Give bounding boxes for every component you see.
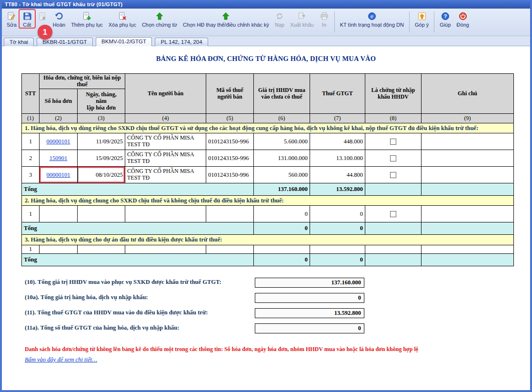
window-title: TT80 - Tờ khai thuế GTGT khấu trừ (01/GT… <box>5 1 122 7</box>
note-cell[interactable] <box>422 150 514 167</box>
stt-cell[interactable]: 1 <box>22 133 40 150</box>
toolbar-separator <box>334 11 335 32</box>
stt-header: STT <box>22 74 40 114</box>
total-vat: 0 <box>310 222 365 235</box>
invoice-date-cell[interactable]: 08/10/2025 <box>78 167 125 183</box>
note-cell[interactable] <box>422 206 514 222</box>
invoice-date-cell[interactable]: 15/09/2025 <box>78 150 125 167</box>
toolbar-undo-button[interactable]: Hoàn <box>51 10 67 29</box>
vat-cell[interactable]: 13.100.000 <box>310 150 365 167</box>
seller-tax-code-cell[interactable]: 0101243150-996 <box>206 150 254 167</box>
seller-name-cell[interactable]: CÔNG TY CỔ PHẦN MISA TEST TĐ <box>125 167 206 183</box>
section-title: 1. Hàng hóa, dịch vụ dùng riêng cho SXKD… <box>22 123 514 133</box>
invoice-number-link[interactable]: 150901 <box>50 155 68 161</box>
stt-cell[interactable]: 2 <box>22 150 40 167</box>
toolbar-button-label: Góp ý <box>415 22 429 28</box>
seller-tax-code-cell[interactable]: 0101243150-996 <box>206 167 254 183</box>
section-2-total-row: Tổng 0 0 <box>22 222 514 235</box>
toolbar-button-label: Chọn chứng từ <box>142 22 177 28</box>
value-cell[interactable]: 131.000.000 <box>254 150 310 167</box>
column-number: (8) <box>365 113 422 123</box>
invoice-number-cell[interactable]: 00000101 <box>40 167 78 183</box>
summary-label: (11). Tổng thuế GTGT của HHDV mua vào đủ… <box>25 309 208 316</box>
toolbar-feedback-button[interactable]: Góp ý <box>413 10 431 29</box>
stt-cell[interactable]: 1 <box>22 206 40 222</box>
invoice-date-cell[interactable] <box>78 206 125 222</box>
vat-cell[interactable] <box>310 245 365 253</box>
value-cell[interactable] <box>254 245 310 253</box>
toolbar-close-button[interactable]: Đóng <box>455 10 471 29</box>
stt-cell[interactable]: 1 <box>22 245 40 253</box>
toolbar-select-replacement-invoices-button[interactable]: Chọn HĐ thay thế/điều chỉnh khác kỳ <box>181 10 271 29</box>
note-cell[interactable] <box>422 245 514 253</box>
import-doc-checkbox[interactable] <box>390 211 396 217</box>
missing-invoice-warning: Danh sách hóa đơn/chứng từ không lên bản… <box>25 345 530 353</box>
svg-text:?: ? <box>444 13 447 19</box>
summary-label: (10a). Tổng giá trị hàng hóa, dịch vụ nh… <box>25 294 148 301</box>
view-details-link[interactable]: Bấm vào đây để xem chi tiết… <box>25 356 97 363</box>
tab-to-khai[interactable]: Tờ khai <box>4 38 34 46</box>
tab-bkmv-01-2-gtgt[interactable]: BKMV-01-2/GTGT <box>96 37 152 46</box>
total-empty-cell <box>422 253 514 266</box>
invoice-number-cell[interactable]: 150901 <box>40 150 78 167</box>
vat-cell[interactable]: 0 <box>310 206 365 222</box>
tab-pl-142-174-204[interactable]: PL 142, 174, 204 <box>155 38 208 46</box>
toolbar-button-label: In <box>322 22 326 28</box>
total-label: Tổng <box>22 253 254 266</box>
seller-name-cell[interactable] <box>125 206 206 222</box>
toolbar-add-appendix-button[interactable]: Thêm phụ lục <box>69 10 105 29</box>
column-number: (6) <box>254 113 310 123</box>
toolbar-help-button[interactable]: ? Giúp <box>438 10 452 29</box>
tab-strip: Tờ khai BKBR-01-1/GTGT BKMV-01-2/GTGT PL… <box>2 36 530 46</box>
import-doc-checkbox[interactable] <box>390 139 396 145</box>
vat-cell[interactable]: 448.000 <box>310 133 365 150</box>
stt-cell[interactable]: 3 <box>22 167 40 183</box>
toolbar-button-label: Giúp <box>440 22 451 28</box>
value-cell[interactable]: 560.000 <box>254 167 310 183</box>
invoice-number-link[interactable]: 00000101 <box>47 138 70 145</box>
note-cell[interactable] <box>422 167 514 183</box>
toolbar: Sửa Cất Hoàn Thêm phụ lục Xóa phụ lục Ch… <box>2 9 530 36</box>
green-up-arrow-icon <box>155 11 164 21</box>
import-doc-cell <box>365 245 422 253</box>
invoice-number-cell[interactable]: 00000101 <box>40 133 78 150</box>
toolbar-button-label: Đóng <box>457 22 469 28</box>
import-doc-checkbox[interactable] <box>390 172 396 178</box>
invoice-row-highlighted: 3 00000101 08/10/2025 CÔNG TY CỔ PHẦN MI… <box>22 167 514 183</box>
invoice-number-link[interactable]: 00000101 <box>47 171 70 178</box>
invoice-number-cell[interactable] <box>40 245 78 253</box>
toolbar-save-button[interactable]: Cất <box>20 10 34 29</box>
seller-name-header: Tên người bán <box>125 74 206 114</box>
section-3-header-row: 3. Hàng hóa, dịch vụ dùng cho dự án đầu … <box>22 235 514 245</box>
toolbar-print-button: In <box>318 10 331 29</box>
invoice-date-cell[interactable]: 11/09/2025 <box>78 133 125 150</box>
toolbar-remove-appendix-button[interactable]: Xóa phụ lục <box>107 10 138 29</box>
seller-name-cell[interactable]: CÔNG TY CỔ PHẦN MISA TEST TĐ <box>125 133 206 150</box>
import-doc-checkbox[interactable] <box>390 155 396 161</box>
section-1-total-row: Tổng 137.160.000 13.592.800 <box>22 183 514 196</box>
export-icon <box>297 11 307 21</box>
toolbar-check-business-status-button[interactable]: e KT tình trạng hoạt động DN <box>338 10 406 29</box>
seller-tax-code-cell[interactable] <box>206 245 254 253</box>
toolbar-button-label: Hoàn <box>53 22 65 28</box>
seller-name-cell[interactable]: CÔNG TY CỔ PHẦN MISA TEST TĐ <box>125 150 206 167</box>
summary-row: (11a). Tổng số thuế GTGT của hàng hóa, d… <box>2 323 530 339</box>
import-doc-cell <box>365 206 422 222</box>
toolbar-edit-button[interactable]: Sửa <box>5 10 19 29</box>
add-appendix-icon <box>82 11 91 21</box>
value-cell[interactable]: 0 <box>254 206 310 222</box>
toolbar-separator <box>434 11 434 32</box>
value-cell[interactable]: 5.600.000 <box>254 133 310 150</box>
column-number-row: (1) (2) (3) (4) (5) (6) (7) (8) (9) <box>22 113 514 123</box>
vat-cell[interactable]: 44.800 <box>310 167 365 183</box>
step-annotation-badge: 1 <box>38 25 52 40</box>
toolbar-select-documents-button[interactable]: Chọn chứng từ <box>140 10 179 29</box>
column-number: (4) <box>125 113 206 123</box>
seller-tax-code-cell[interactable] <box>206 206 254 222</box>
invoice-date-cell[interactable] <box>78 245 125 253</box>
summary-value-box: 0 <box>255 293 364 303</box>
seller-tax-code-cell[interactable]: 0101243150-996 <box>206 133 254 150</box>
seller-name-cell[interactable] <box>125 245 206 253</box>
invoice-number-cell[interactable] <box>40 206 78 222</box>
note-cell[interactable] <box>422 133 514 150</box>
